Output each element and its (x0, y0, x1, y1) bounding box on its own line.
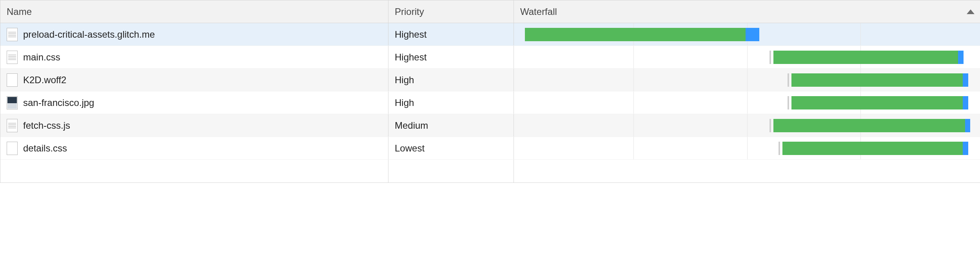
waterfall-bar-download (773, 51, 958, 64)
waterfall-bar-download (791, 96, 963, 109)
waterfall-bar[interactable] (525, 28, 759, 41)
request-name: details.css (23, 143, 67, 154)
waterfall-gridline (633, 91, 634, 114)
table-row[interactable]: fetch-css.jsMedium (0, 114, 980, 137)
waterfall-gridline (633, 46, 634, 68)
cell-waterfall[interactable] (514, 114, 980, 137)
table-row[interactable]: san-francisco.jpgHigh (0, 91, 980, 114)
waterfall-gridline (747, 114, 748, 137)
column-header-priority[interactable]: Priority (388, 0, 514, 23)
waterfall-wait-tick (788, 96, 789, 109)
cell-name-empty (0, 160, 388, 182)
waterfall-bar-content (965, 119, 971, 132)
table-body: preload-critical-assets.glitch.meHighest… (0, 23, 980, 160)
image-file-icon (7, 96, 18, 109)
sort-ascending-icon (967, 9, 975, 14)
request-name: main.css (23, 52, 60, 63)
cell-waterfall[interactable] (514, 46, 980, 68)
cell-waterfall[interactable] (514, 23, 980, 46)
table-row[interactable]: details.cssLowest (0, 137, 980, 160)
waterfall-bar-download (782, 142, 963, 155)
request-priority: Medium (395, 120, 428, 131)
column-header-priority-label: Priority (395, 6, 424, 17)
waterfall-bar[interactable] (774, 51, 964, 64)
waterfall-bar-content (746, 28, 759, 41)
waterfall-bar-content (958, 51, 964, 64)
cell-priority[interactable]: Highest (388, 46, 514, 68)
document-file-icon (7, 119, 18, 132)
waterfall-gridline (860, 23, 861, 46)
table-row[interactable]: main.cssHighest (0, 46, 980, 69)
waterfall-gridline (633, 69, 634, 91)
waterfall-gridline (747, 137, 748, 159)
request-name: san-francisco.jpg (23, 97, 94, 108)
waterfall-bar[interactable] (774, 119, 971, 132)
waterfall-bar[interactable] (783, 142, 968, 155)
request-name: preload-critical-assets.glitch.me (23, 29, 155, 40)
column-header-name-label: Name (7, 6, 32, 17)
cell-waterfall[interactable] (514, 69, 980, 91)
request-priority: Highest (395, 52, 426, 63)
document-file-icon (7, 28, 18, 41)
waterfall-bar-download (773, 119, 965, 132)
waterfall-bar-download (525, 28, 746, 41)
request-priority: Lowest (395, 143, 425, 154)
network-requests-panel: Name Priority Waterfall preload-critical… (0, 0, 980, 183)
cell-name[interactable]: details.css (0, 137, 388, 159)
waterfall-gridline (747, 69, 748, 91)
cell-name[interactable]: fetch-css.js (0, 114, 388, 137)
document-file-icon (7, 51, 18, 64)
waterfall-bar-content (963, 96, 968, 109)
waterfall-wait-tick (788, 73, 789, 87)
cell-waterfall[interactable] (514, 91, 980, 114)
cell-name[interactable]: san-francisco.jpg (0, 91, 388, 114)
cell-priority[interactable]: High (388, 69, 514, 91)
cell-name[interactable]: main.css (0, 46, 388, 68)
table-row[interactable]: K2D.woff2High (0, 69, 980, 91)
waterfall-gridline (747, 46, 748, 68)
waterfall-wait-tick (779, 142, 780, 155)
waterfall-track (520, 23, 974, 46)
waterfall-bar-content (963, 73, 968, 87)
cell-priority[interactable]: Lowest (388, 137, 514, 159)
request-priority: High (395, 75, 414, 86)
column-header-waterfall[interactable]: Waterfall (514, 0, 980, 23)
column-header-name[interactable]: Name (0, 0, 388, 23)
cell-priority[interactable]: Highest (388, 23, 514, 46)
waterfall-bar[interactable] (792, 96, 968, 109)
cell-priority-empty (388, 160, 514, 182)
cell-name[interactable]: K2D.woff2 (0, 69, 388, 91)
file-icon (7, 142, 18, 155)
table-row[interactable]: preload-critical-assets.glitch.meHighest (0, 23, 980, 46)
request-priority: Highest (395, 29, 426, 40)
waterfall-track (520, 69, 974, 91)
waterfall-track (520, 137, 974, 159)
waterfall-track (520, 46, 974, 68)
waterfall-wait-tick (769, 119, 771, 132)
waterfall-bar-content (963, 142, 968, 155)
cell-waterfall[interactable] (514, 137, 980, 159)
cell-name[interactable]: preload-critical-assets.glitch.me (0, 23, 388, 46)
waterfall-bar-download (791, 73, 963, 87)
table-row-empty (0, 160, 980, 182)
request-priority: High (395, 97, 414, 108)
waterfall-wait-tick (769, 51, 771, 64)
waterfall-gridline (633, 137, 634, 159)
waterfall-track (520, 91, 974, 114)
request-name: K2D.woff2 (23, 75, 66, 86)
cell-waterfall-empty (514, 160, 980, 182)
waterfall-track (520, 114, 974, 137)
column-header-waterfall-label: Waterfall (520, 6, 557, 17)
file-icon (7, 73, 18, 87)
cell-priority[interactable]: High (388, 91, 514, 114)
cell-priority[interactable]: Medium (388, 114, 514, 137)
waterfall-gridline (747, 91, 748, 114)
waterfall-gridline (633, 114, 634, 137)
table-header-row: Name Priority Waterfall (0, 0, 980, 23)
request-name: fetch-css.js (23, 120, 70, 131)
waterfall-bar[interactable] (792, 73, 968, 87)
